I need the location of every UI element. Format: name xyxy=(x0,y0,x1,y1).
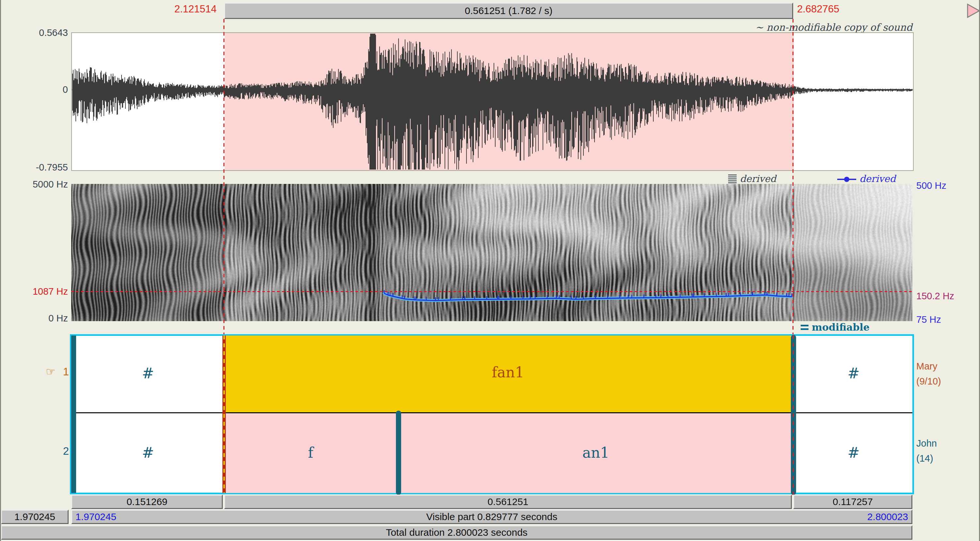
duration-value: 0.151269 xyxy=(126,496,167,508)
freq-top-label: 5000 Hz xyxy=(1,179,68,190)
visible-part-bar[interactable]: 1.970245 Visible part 0.829777 seconds 2… xyxy=(71,510,912,524)
duration-bar-selection[interactable]: 0.561251 xyxy=(224,495,792,509)
pointing-finger-icon: ☞ xyxy=(46,366,56,378)
pitch-cursor-label: 150.2 Hz xyxy=(916,291,978,302)
textgrid-header-icon xyxy=(801,325,808,330)
pitch-top-label: 500 Hz xyxy=(916,180,978,191)
tier-1-name: Mary xyxy=(916,359,937,374)
window-start-cell[interactable]: 1.970245 xyxy=(1,510,68,524)
duration-value: 0.117257 xyxy=(833,496,873,508)
freq-bottom-label: 0 Hz xyxy=(1,313,68,324)
amp-max-label: 0.5643 xyxy=(1,27,68,38)
tier-number: 1 xyxy=(63,366,69,378)
amp-zero-label: 0 xyxy=(1,84,68,95)
textgrid-body: # fan1 # # f an1 # xyxy=(71,336,912,493)
pitch-track xyxy=(71,184,912,321)
duration-value: 0.561251 xyxy=(487,496,528,508)
window-start-value: 1.970245 xyxy=(14,511,55,522)
duration-bar-before-selection[interactable]: 0.151269 xyxy=(71,495,223,509)
tier-1-count: (9/10) xyxy=(916,374,941,389)
total-duration-label: Total duration 2.800023 seconds xyxy=(386,527,528,538)
interval-label: # xyxy=(105,443,191,462)
boundary-f-an1[interactable] xyxy=(396,411,401,495)
boundary-selected-end[interactable] xyxy=(791,335,796,495)
waveform-trace xyxy=(72,33,913,170)
play-triangle-button[interactable] xyxy=(967,3,980,18)
top-selection-bar[interactable]: 0.561251 (1.782 / s) xyxy=(224,3,793,19)
freq-cursor-label: 1087 Hz xyxy=(1,286,68,297)
tier-2-count: (14) xyxy=(916,451,933,466)
interval-label: fan1 xyxy=(466,362,550,382)
window-edge-marker xyxy=(71,336,76,493)
interval-label: # xyxy=(811,443,896,462)
interval-label: # xyxy=(811,363,896,383)
boundary-selected-start[interactable] xyxy=(223,336,226,493)
pitch-legend-icon xyxy=(837,176,857,183)
tier-2-name: John xyxy=(916,436,937,451)
visible-part-label: Visible part 0.829777 seconds xyxy=(72,511,912,522)
waveform-panel[interactable] xyxy=(71,32,914,171)
spectrogram-legend-icon xyxy=(728,175,737,184)
pitch-bottom-label: 75 Hz xyxy=(916,314,978,325)
duration-bar-after-selection[interactable]: 0.117257 xyxy=(793,495,912,509)
sound-info-label: ~ non-modifiable copy of sound xyxy=(586,22,912,33)
tier-2-handle[interactable]: 2 xyxy=(21,445,69,457)
interval-label: f xyxy=(268,443,353,462)
spectrogram-panel[interactable] xyxy=(71,184,912,321)
amp-min-label: -0.7955 xyxy=(1,162,68,173)
selection-end-time[interactable]: 2.682765 xyxy=(797,3,895,15)
selection-start-time[interactable]: 2.121514 xyxy=(132,3,216,15)
total-duration-bar[interactable]: Total duration 2.800023 seconds xyxy=(1,525,912,540)
interval-label: # xyxy=(105,363,191,383)
interval-label: an1 xyxy=(554,443,638,462)
tier-1-handle[interactable]: ☞ 1 xyxy=(21,365,69,378)
selection-duration-label: 0.561251 (1.782 / s) xyxy=(465,5,553,16)
tier-number: 2 xyxy=(63,445,69,457)
praat-editor-window: 2.121514 0.561251 (1.782 / s) 2.682765 ~… xyxy=(0,0,980,541)
